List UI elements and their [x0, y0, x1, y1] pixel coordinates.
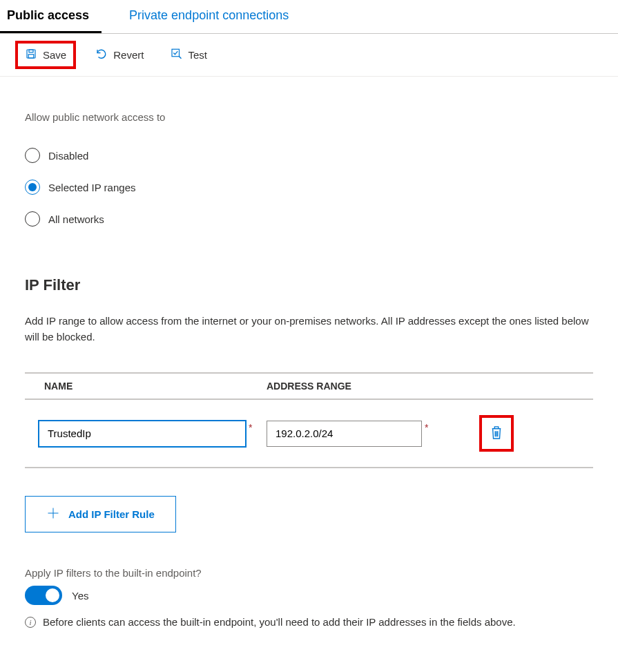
- revert-icon: [95, 48, 108, 62]
- radio-icon: [25, 180, 40, 195]
- svg-rect-2: [28, 55, 34, 58]
- radio-label: Disabled: [48, 150, 88, 162]
- address-input[interactable]: [267, 421, 422, 447]
- delete-button[interactable]: [490, 425, 503, 442]
- radio-label: Selected IP ranges: [48, 182, 135, 193]
- access-radio-group: Disabled Selected IP ranges All networks: [25, 140, 593, 235]
- radio-icon: [25, 211, 40, 227]
- save-label: Save: [43, 49, 66, 61]
- tab-public-access[interactable]: Public access: [0, 0, 102, 33]
- svg-rect-1: [29, 50, 33, 52]
- info-icon: i: [25, 617, 36, 628]
- revert-label: Revert: [113, 49, 144, 61]
- save-icon: [25, 48, 37, 62]
- table-row: * *: [25, 400, 593, 468]
- test-label: Test: [188, 49, 207, 61]
- test-button[interactable]: Test: [163, 44, 214, 66]
- delete-highlight: [479, 415, 514, 452]
- name-input[interactable]: [39, 421, 246, 447]
- radio-all-networks[interactable]: All networks: [25, 203, 593, 235]
- access-heading: Allow public network access to: [25, 111, 593, 123]
- radio-icon: [25, 148, 40, 163]
- ip-filter-description: Add IP range to allow access from the in…: [25, 314, 593, 345]
- test-icon: [170, 48, 182, 62]
- tabs: Public access Private endpoint connectio…: [0, 0, 618, 34]
- builtin-info-text: Before clients can access the built-in e…: [43, 615, 516, 631]
- save-button[interactable]: Save: [15, 41, 76, 69]
- revert-button[interactable]: Revert: [88, 44, 151, 66]
- ip-filter-table: NAME ADDRESS RANGE * *: [25, 372, 593, 468]
- toggle-knob: [46, 588, 59, 602]
- toolbar: Save Revert Test: [0, 34, 618, 77]
- plus-icon: [46, 506, 60, 522]
- required-indicator: *: [249, 422, 252, 433]
- radio-selected-ip[interactable]: Selected IP ranges: [25, 171, 593, 203]
- column-address: ADDRESS RANGE: [267, 381, 474, 392]
- builtin-endpoint-label: Apply IP filters to the built-in endpoin…: [25, 567, 593, 579]
- tab-private-endpoint[interactable]: Private endpoint connections: [125, 0, 301, 33]
- radio-label: All networks: [48, 213, 104, 225]
- builtin-info: i Before clients can access the built-in…: [25, 615, 593, 631]
- toggle-value: Yes: [72, 590, 88, 602]
- trash-icon: [490, 431, 503, 442]
- column-name: NAME: [25, 381, 267, 392]
- add-ip-filter-button[interactable]: Add IP Filter Rule: [25, 496, 176, 532]
- add-button-label: Add IP Filter Rule: [68, 508, 155, 520]
- radio-disabled[interactable]: Disabled: [25, 140, 593, 171]
- ip-filter-heading: IP Filter: [25, 276, 593, 294]
- svg-rect-3: [172, 49, 180, 57]
- required-indicator: *: [425, 422, 428, 433]
- builtin-endpoint-toggle[interactable]: [25, 586, 62, 605]
